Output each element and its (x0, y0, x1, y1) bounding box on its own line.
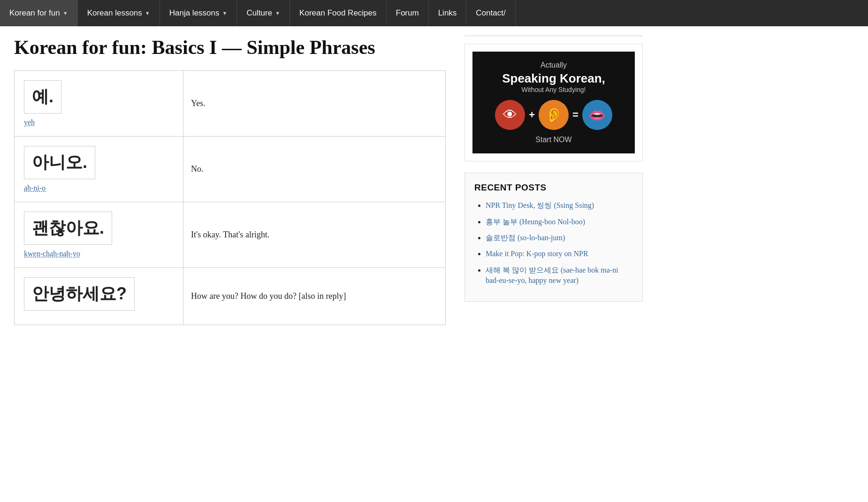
nav-item-6[interactable]: Links (429, 0, 467, 26)
nav-label-2: Hanja lessons (169, 8, 220, 18)
ad-inner: Actually Speaking Korean, Without Any St… (472, 52, 635, 153)
nav-label-4: Korean Food Recipes (299, 8, 376, 18)
main-content: Korean for fun: Basics I — Simple Phrase… (14, 36, 446, 325)
nav-item-5[interactable]: Forum (387, 0, 429, 26)
lesson-table: 예.yehYes.아니오.ah-ni-oNo.괜찮아요.kwen-chah-na… (14, 70, 446, 325)
lesson-row-3: 안녕하세요?How are you? How do you do? [also … (15, 268, 446, 325)
nav-label-7: Contact/ (476, 8, 505, 18)
nav-item-3[interactable]: Culture▼ (237, 0, 290, 26)
post-item-0: NPR Tiny Desk, 씽씽 (Ssing Ssing) (486, 200, 633, 211)
post-link-1[interactable]: 흥부 놀부 (Heung-boo Nol-boo) (486, 218, 585, 226)
nav-label-1: Korean lessons (87, 8, 142, 18)
korean-text-1: 아니오. (32, 152, 87, 172)
nav-item-7[interactable]: Contact/ (466, 0, 515, 26)
lesson-row-2: 괜찮아요.kwen-chah-nah-yoIt's okay. That's a… (15, 202, 446, 268)
recent-posts-title: RECENT POSTS (474, 183, 633, 193)
meaning-cell-0: Yes. (183, 71, 446, 137)
meaning-cell-2: It's okay. That's alright. (183, 202, 446, 268)
ad-box[interactable]: Actually Speaking Korean, Without Any St… (464, 44, 643, 161)
post-link-3[interactable]: Make it Pop: K-pop story on NPR (486, 250, 588, 258)
korean-cell-0: 예.yeh (15, 71, 183, 137)
ad-icons-row: 👁 + 👂 = 👄 (480, 100, 627, 130)
ad-actually: Actually (480, 61, 627, 69)
korean-box-0: 예. (24, 80, 61, 114)
ad-start: Start NOW (480, 136, 627, 144)
ad-speaking: Speaking Korean, (480, 71, 627, 86)
ad-eye-icon: 👁 (495, 100, 525, 130)
nav-arrow-3: ▼ (275, 10, 280, 16)
nav-arrow-2: ▼ (222, 10, 228, 16)
ad-ear-icon: 👂 (539, 100, 569, 130)
page-wrap: Korean for fun: Basics I — Simple Phrase… (0, 26, 868, 335)
korean-text-2: 괜찮아요. (32, 218, 104, 237)
korean-text-0: 예. (32, 87, 53, 106)
ad-subtitle: Without Any Studying! (480, 86, 627, 93)
nav-item-2[interactable]: Hanja lessons▼ (160, 0, 237, 26)
pronunciation-link-0[interactable]: yeh (24, 118, 35, 126)
nav-arrow-0: ▼ (63, 10, 68, 16)
post-link-2[interactable]: 솔로반점 (so-lo-ban-jum) (486, 234, 565, 242)
nav-label-3: Culture (246, 8, 272, 18)
post-item-4: 새해 복 많이 받으세요 (sae-hae bok ma-ni bad-eu-s… (486, 265, 633, 286)
post-item-1: 흥부 놀부 (Heung-boo Nol-boo) (486, 217, 633, 227)
post-item-3: Make it Pop: K-pop story on NPR (486, 249, 633, 259)
post-link-0[interactable]: NPR Tiny Desk, 씽씽 (Ssing Ssing) (486, 201, 594, 209)
nav-label-0: Korean for fun (9, 8, 60, 18)
korean-cell-2: 괜찮아요.kwen-chah-nah-yo (15, 202, 183, 268)
main-nav: (function() { const d = JSON.parse(docum… (0, 0, 868, 26)
nav-arrow-1: ▼ (145, 10, 150, 16)
ad-plus: + (529, 109, 535, 121)
korean-cell-3: 안녕하세요? (15, 268, 183, 325)
lesson-row-1: 아니오.ah-ni-oNo. (15, 137, 446, 202)
recent-posts-box: RECENT POSTS NPR Tiny Desk, 씽씽 (Ssing Ss… (464, 173, 643, 301)
korean-box-1: 아니오. (24, 146, 95, 179)
meaning-cell-1: No. (183, 137, 446, 202)
post-item-2: 솔로반점 (so-lo-ban-jum) (486, 233, 633, 243)
lesson-row-0: 예.yehYes. (15, 71, 446, 137)
page-title: Korean for fun: Basics I — Simple Phrase… (14, 36, 446, 59)
pronunciation-link-1[interactable]: ah-ni-o (24, 184, 46, 192)
pronunciation-link-2[interactable]: kwen-chah-nah-yo (24, 250, 80, 258)
nav-item-0[interactable]: Korean for fun▼ (0, 0, 78, 26)
korean-box-3: 안녕하세요? (24, 277, 135, 311)
sidebar-top-line (464, 36, 643, 36)
korean-cell-1: 아니오.ah-ni-o (15, 137, 183, 202)
korean-text-3: 안녕하세요? (32, 284, 127, 303)
nav-item-4[interactable]: Korean Food Recipes (290, 0, 386, 26)
sidebar: Actually Speaking Korean, Without Any St… (464, 36, 643, 325)
korean-box-2: 괜찮아요. (24, 212, 112, 245)
ad-mouth-icon: 👄 (582, 100, 612, 130)
nav-label-6: Links (438, 8, 457, 18)
nav-label-5: Forum (396, 8, 419, 18)
recent-posts-list: NPR Tiny Desk, 씽씽 (Ssing Ssing)흥부 놀부 (He… (474, 200, 633, 286)
post-link-4[interactable]: 새해 복 많이 받으세요 (sae-hae bok ma-ni bad-eu-s… (486, 266, 618, 284)
meaning-cell-3: How are you? How do you do? [also in rep… (183, 268, 446, 325)
ad-equals: = (572, 109, 579, 121)
nav-item-1[interactable]: Korean lessons▼ (78, 0, 160, 26)
